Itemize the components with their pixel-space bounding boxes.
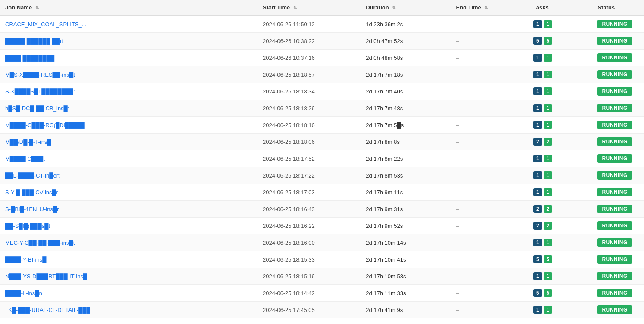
tasks-cell: 11 xyxy=(528,234,593,251)
job-name-text[interactable]: M████-C███-RG(█Di█████ xyxy=(5,122,85,128)
table-row[interactable]: M████ C███t2024-06-25 18:17:522d 17h 8m … xyxy=(0,150,644,167)
jobs-table: Job Name ⇅ Start Time ⇅ Duration ⇅ End T… xyxy=(0,0,644,318)
table-row[interactable]: █████ ██████ ██rt2024-06-26 10:38:222d 0… xyxy=(0,33,644,50)
end-time-cell: – xyxy=(451,33,528,50)
job-name-text[interactable]: ████-Y-BI-ins█l xyxy=(5,256,47,263)
table-row[interactable]: S-█BI█-1EN_U-ins█r2024-06-25 18:16:432d … xyxy=(0,201,644,218)
job-name-cell: M████ C███t xyxy=(0,150,258,167)
job-name-text[interactable]: LK█-███-URAL-CL-DETAIL-███ xyxy=(5,307,90,313)
tasks-cell: 11 xyxy=(528,100,593,117)
table-row[interactable]: S-Y-█-███-CV-ins█r2024-06-25 18:17:032d … xyxy=(0,184,644,201)
end-time-cell: – xyxy=(451,251,528,268)
task-badge-complete: 1 xyxy=(544,272,553,280)
duration-cell: 2d 17h 9m 31s xyxy=(361,201,451,218)
job-name-cell: M█S-X████-RES██-ins█t xyxy=(0,66,258,83)
start-time-cell: 2024-06-25 18:15:33 xyxy=(258,251,361,268)
job-name-text[interactable]: MEC-Y-C██-██-███-ins█t xyxy=(5,240,75,246)
job-name-text[interactable]: ████-L-ins█n xyxy=(5,290,42,296)
start-time-cell: 2024-06-25 18:18:26 xyxy=(258,100,361,117)
job-name-text[interactable]: S-█BI█-1EN_U-ins█r xyxy=(5,206,59,212)
job-name-text[interactable]: M██/D█-█-T-ins█ xyxy=(5,139,51,145)
job-name-text[interactable]: ██-S█l█(███s█t xyxy=(5,223,50,229)
tasks-cell: 11 xyxy=(528,83,593,100)
status-cell: RUNNING xyxy=(592,302,644,318)
table-row[interactable]: ████ ████████2024-06-26 10:37:162d 0h 48… xyxy=(0,50,644,66)
col-header-job-name[interactable]: Job Name ⇅ xyxy=(0,0,258,16)
job-name-text[interactable]: h█S█-DC█-██-CB_ins█t xyxy=(5,105,69,112)
end-time-cell: – xyxy=(451,201,528,218)
table-row[interactable]: CRACE_MIX_COAL_SPLITS_...2024-06-26 11:5… xyxy=(0,16,644,33)
status-cell: RUNNING xyxy=(592,150,644,167)
job-name-text[interactable]: M████ C███t xyxy=(5,156,45,162)
start-time-cell: 2024-06-25 18:14:42 xyxy=(258,285,361,302)
table-row[interactable]: MEC-Y-C██-██-███-ins█t2024-06-25 18:16:0… xyxy=(0,234,644,251)
status-cell: RUNNING xyxy=(592,50,644,66)
end-time-cell: – xyxy=(451,184,528,201)
job-name-text[interactable]: S-X████S█T████████: xyxy=(5,88,75,95)
job-name-text[interactable]: CRACE_MIX_COAL_SPLITS_... xyxy=(5,21,87,28)
task-badge-total: 1 xyxy=(533,121,542,129)
status-cell: RUNNING xyxy=(592,33,644,50)
status-badge: RUNNING xyxy=(597,188,632,196)
tasks-cell: 55 xyxy=(528,33,593,50)
table-row[interactable]: M██/D█-█-T-ins█2024-06-25 18:18:062d 17h… xyxy=(0,134,644,150)
status-badge: RUNNING xyxy=(597,255,632,264)
status-cell: RUNNING xyxy=(592,234,644,251)
end-time-cell: – xyxy=(451,100,528,117)
job-name-text[interactable]: N███-YS-D███RT███-IT-ins█ xyxy=(5,273,87,280)
status-badge: RUNNING xyxy=(597,205,632,213)
status-cell: RUNNING xyxy=(592,100,644,117)
job-name-text[interactable]: M█S-X████-RES██-ins█t xyxy=(5,72,75,78)
end-time-cell: – xyxy=(451,218,528,234)
task-badge-complete: 1 xyxy=(544,188,553,196)
table-row[interactable]: ██-S█l█(███s█t2024-06-25 18:16:222d 17h … xyxy=(0,218,644,234)
status-cell: RUNNING xyxy=(592,285,644,302)
duration-cell: 2d 17h 9m 11s xyxy=(361,184,451,201)
task-badge-total: 1 xyxy=(533,155,542,162)
table-row[interactable]: S-X████S█T████████:2024-06-25 18:18:342d… xyxy=(0,83,644,100)
task-badge-total: 5 xyxy=(533,255,542,263)
job-name-cell: ████-Y-BI-ins█l xyxy=(0,251,258,268)
col-header-duration[interactable]: Duration ⇅ xyxy=(361,0,451,16)
tasks-cell: 11 xyxy=(528,302,593,318)
task-badge-complete: 5 xyxy=(544,255,553,263)
duration-cell: 2d 17h 8m 22s xyxy=(361,150,451,167)
start-time-cell: 2024-06-25 18:15:16 xyxy=(258,268,361,285)
job-name-text[interactable]: ██L-████-CT-in█ert xyxy=(5,172,60,179)
start-time-cell: 2024-06-26 10:37:16 xyxy=(258,50,361,66)
task-badge-complete: 1 xyxy=(544,87,553,95)
col-header-tasks: Tasks xyxy=(528,0,593,16)
duration-cell: 2d 17h 8m 53s xyxy=(361,167,451,184)
task-badge-total: 1 xyxy=(533,188,542,196)
duration-cell: 2d 17h 7m 5█s xyxy=(361,117,451,134)
task-badge-total: 2 xyxy=(533,138,542,146)
table-row[interactable]: M████-C███-RG(█Di█████2024-06-25 18:18:1… xyxy=(0,117,644,134)
job-name-cell: CRACE_MIX_COAL_SPLITS_... xyxy=(0,16,258,33)
table-row[interactable]: ████-Y-BI-ins█l2024-06-25 18:15:332d 17h… xyxy=(0,251,644,268)
tasks-cell: 11 xyxy=(528,66,593,83)
table-row[interactable]: LK█-███-URAL-CL-DETAIL-███2024-06-25 17:… xyxy=(0,302,644,318)
table-row[interactable]: h█S█-DC█-██-CB_ins█t2024-06-25 18:18:262… xyxy=(0,100,644,117)
start-time-cell: 2024-06-25 18:16:00 xyxy=(258,234,361,251)
end-time-cell: – xyxy=(451,117,528,134)
duration-cell: 2d 17h 11m 33s xyxy=(361,285,451,302)
status-cell: RUNNING xyxy=(592,134,644,150)
job-name-cell: ██-S█l█(███s█t xyxy=(0,218,258,234)
job-name-text[interactable]: ████ ████████ xyxy=(5,55,54,61)
col-header-start-time[interactable]: Start Time ⇅ xyxy=(258,0,361,16)
job-name-text[interactable]: S-Y-█-███-CV-ins█r xyxy=(5,189,58,196)
task-badge-total: 1 xyxy=(533,306,542,314)
col-header-end-time[interactable]: End Time ⇅ xyxy=(451,0,528,16)
end-time-cell: – xyxy=(451,16,528,33)
table-row[interactable]: N███-YS-D███RT███-IT-ins█2024-06-25 18:1… xyxy=(0,268,644,285)
task-badge-complete: 1 xyxy=(544,171,553,179)
tasks-cell: 22 xyxy=(528,218,593,234)
task-badge-complete: 2 xyxy=(544,205,553,213)
table-row[interactable]: ████-L-ins█n2024-06-25 18:14:422d 17h 11… xyxy=(0,285,644,302)
table-row[interactable]: M█S-X████-RES██-ins█t2024-06-25 18:18:57… xyxy=(0,66,644,83)
sort-icon-job-name: ⇅ xyxy=(35,6,39,10)
table-row[interactable]: ██L-████-CT-in█ert2024-06-25 18:17:222d … xyxy=(0,167,644,184)
job-name-text[interactable]: █████ ██████ ██rt xyxy=(5,38,63,44)
task-badge-total: 1 xyxy=(533,71,542,78)
job-name-cell: S-X████S█T████████: xyxy=(0,83,258,100)
